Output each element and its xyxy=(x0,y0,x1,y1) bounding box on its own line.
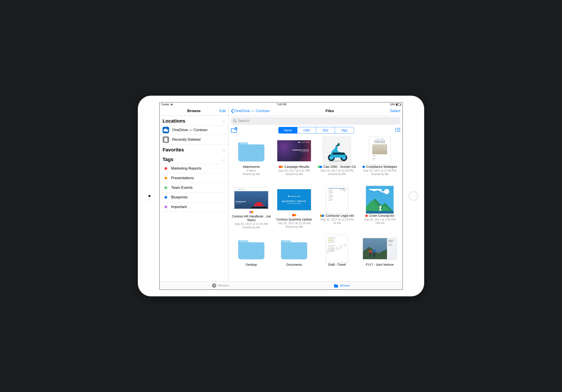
tag-item[interactable]: Important xyxy=(160,202,228,212)
tag-dot-icon xyxy=(164,206,167,208)
clock-icon xyxy=(212,283,217,288)
file-item[interactable]: ━━━━━━━━━━━━━━━━━━━━━━━━━━━━━━━━━━━━━━━━… xyxy=(316,235,358,278)
file-meta: FY17 - Joint Venture xyxy=(366,263,394,267)
file-thumbnail: Contoso Travel CAMPAIGN STATUS xyxy=(277,140,311,161)
edit-button[interactable]: Edit xyxy=(219,109,226,113)
tag-dot-icon xyxy=(164,186,167,189)
tag-dots xyxy=(365,214,368,217)
file-name: Campaign Results xyxy=(284,165,309,169)
search-placeholder: Search xyxy=(238,119,249,123)
file-item[interactable]: Ciao 2000 - Scooter CG Sep 19, 2017 at 1… xyxy=(316,137,358,180)
file-thumbnail: ▲ Contoso TravelCOMPLIANCE STRATEGIES ━━… xyxy=(369,137,391,165)
locations-title: Locations xyxy=(163,118,185,124)
file-thumbnail xyxy=(366,186,394,214)
location-recently-deleted[interactable]: Recently Deleted xyxy=(160,135,228,144)
file-name: Ciao 2000 - Scooter CG xyxy=(323,165,356,169)
file-subtitle: Shared by Me xyxy=(318,172,356,176)
home-button[interactable] xyxy=(409,191,418,201)
content-header: OneDrive — Contoso Files Select xyxy=(229,107,402,116)
chevron-down-icon xyxy=(223,147,225,153)
tag-dots xyxy=(318,166,322,168)
chevron-left-icon xyxy=(231,109,234,113)
file-name: Contoso Quarterly Update xyxy=(276,218,312,222)
file-item[interactable]: Contoso Travel CAMPAIGN STATUS Campaign … xyxy=(273,137,316,180)
file-thumbnail: CONTRACTOR LEGAL INFO • ━━━━━━━━━━• ━━━━… xyxy=(326,186,348,214)
file-meta: Attachments 6 items Shared by Me xyxy=(243,165,260,176)
file-meta: Contoso Quarterly Update Sep 20, 2017 at… xyxy=(274,214,314,228)
file-meta: Compliance Strategies Sep 20, 2017 at 12… xyxy=(363,165,397,176)
file-name: Compliance Strategies xyxy=(366,165,397,169)
sort-date[interactable]: Date xyxy=(297,127,316,133)
file-item[interactable]: Cover Concept Art Sep 20, 2017 at 1:44 P… xyxy=(358,186,401,229)
file-meta: Campaign Results Sep 25, 2017 at 3:31 PM… xyxy=(278,165,310,176)
chevron-down-icon xyxy=(223,118,225,124)
new-folder-button[interactable] xyxy=(231,127,237,133)
tag-dots xyxy=(279,166,283,168)
file-thumbnail: Contoso Travel QUARTERLY UPDATEUpdate an… xyxy=(277,189,311,210)
content-title: Files xyxy=(270,109,390,113)
file-subtitle: 6 items xyxy=(243,169,260,172)
sort-tags[interactable]: Tags xyxy=(335,127,354,133)
folder-icon xyxy=(280,238,308,260)
file-subtitle: Shared by Me xyxy=(363,172,397,176)
file-item[interactable]: CONTRACTOR LEGAL INFO • ━━━━━━━━━━• ━━━━… xyxy=(316,186,358,229)
folder-item[interactable]: Attachments 6 items Shared by Me xyxy=(230,137,273,180)
tag-item[interactable]: Team Events xyxy=(160,183,228,192)
tag-dots xyxy=(363,166,365,168)
tag-item[interactable]: Marketing Reports xyxy=(160,164,228,173)
tab-recents[interactable]: Recents xyxy=(160,281,281,289)
location-onedrive[interactable]: OneDrive — Contoso xyxy=(160,125,228,135)
file-meta: Desktop xyxy=(246,263,257,267)
list-view-button[interactable] xyxy=(395,128,400,133)
device-sensor xyxy=(148,199,150,201)
file-meta: Draft - Travel xyxy=(328,263,346,267)
locations-header[interactable]: Locations xyxy=(160,116,228,125)
back-label: OneDrive — Contoso xyxy=(234,109,270,113)
back-button[interactable]: OneDrive — Contoso xyxy=(231,109,270,113)
file-name: Documents xyxy=(286,263,302,267)
tag-label: Marketing Reports xyxy=(171,166,201,171)
status-bar: Carrier 7:49 PM 24% xyxy=(160,103,402,107)
select-button[interactable]: Select xyxy=(390,109,400,113)
tab-browse[interactable]: Browse xyxy=(281,281,402,289)
folder-item[interactable]: Desktop xyxy=(230,235,273,278)
file-item[interactable]: ▲ Contoso TravelCOMPLIANCE STRATEGIES ━━… xyxy=(358,137,401,180)
file-name: Desktop xyxy=(246,263,257,267)
sort-size[interactable]: Size xyxy=(316,127,335,133)
file-name: Attachments xyxy=(243,165,260,169)
tag-item[interactable]: Presentations xyxy=(160,173,228,183)
file-subtitle: Shared by Me xyxy=(243,172,260,176)
sidebar-header: Browse Edit xyxy=(160,107,228,116)
folder-item[interactable]: Documents xyxy=(273,235,316,278)
browse-sidebar: Browse Edit Locations OneDrive — Contoso… xyxy=(160,107,229,281)
file-meta: Ciao 2000 - Scooter CG Sep 19, 2017 at 1… xyxy=(318,165,356,176)
file-name: FY17 - Joint Venture xyxy=(366,263,394,267)
tag-label: Presentations xyxy=(171,176,194,180)
tags-header[interactable]: Tags xyxy=(160,154,228,164)
content-pane: OneDrive — Contoso Files Select Search N… xyxy=(229,107,402,281)
toolbar: NameDateSizeTags xyxy=(229,126,402,136)
favorites-header[interactable]: Favorites xyxy=(160,144,228,154)
tab-bar: Recents Browse xyxy=(160,281,402,289)
file-subtitle: Sep 20, 2017 at 12:09 PM xyxy=(363,169,397,172)
search-field[interactable]: Search xyxy=(231,117,400,125)
file-meta: Documents xyxy=(286,263,302,267)
file-subtitle: Shared by Me xyxy=(274,225,314,228)
sidebar-title: Browse xyxy=(187,109,200,113)
tag-item[interactable]: Blueprints xyxy=(160,192,228,202)
file-item[interactable]: Contoso Travel QUARTERLY UPDATEUpdate an… xyxy=(273,186,316,229)
file-item[interactable]: ▲ Contoso Travel HR HandbookPeople forwa… xyxy=(230,186,273,229)
sort-name[interactable]: Name xyxy=(279,127,297,133)
files-scroll-area[interactable]: Attachments 6 items Shared by Me Contoso… xyxy=(229,136,402,281)
file-name: Contoso HR Handbook…trat Team) xyxy=(232,214,271,222)
file-item[interactable]: Contoso & Fabrikam━━━━━━━━━━━ FY17 - Joi… xyxy=(358,235,401,278)
screen: Carrier 7:49 PM 24% Browse Edit Location… xyxy=(159,102,403,290)
sort-segmented-control[interactable]: NameDateSizeTags xyxy=(278,127,354,133)
svg-rect-24 xyxy=(370,253,371,257)
file-subtitle: Sep 20, 2017 at 12:24 PM xyxy=(320,218,354,221)
battery-icon xyxy=(396,103,401,106)
file-subtitle: 32 KB xyxy=(320,221,354,225)
onedrive-icon xyxy=(163,127,169,133)
location-label: Recently Deleted xyxy=(172,137,200,142)
tab-label: Recents xyxy=(218,284,229,287)
